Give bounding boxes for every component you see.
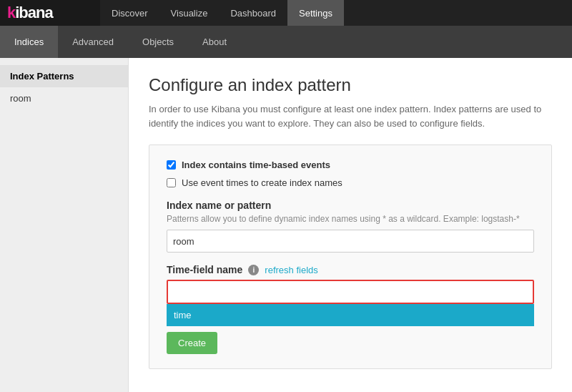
checkbox-time-based[interactable] xyxy=(167,160,176,170)
time-field-row: Time-field name i refresh fields xyxy=(167,264,534,275)
logo-ibana: ibana xyxy=(15,4,52,21)
nav-discover[interactable]: Discover xyxy=(100,0,159,26)
nav-links: Discover Visualize Dashboard Settings xyxy=(100,0,344,26)
subnav-about[interactable]: About xyxy=(188,26,241,58)
sub-nav: Indices Advanced Objects About xyxy=(0,26,572,58)
create-button[interactable]: Create xyxy=(167,332,217,354)
sidebar: Index Patterns room xyxy=(0,58,129,392)
index-name-input[interactable] xyxy=(167,230,534,253)
time-field-label: Time-field name xyxy=(167,264,242,275)
checkbox-event-times-label: Use event times to create index names xyxy=(182,177,342,188)
subnav-advanced[interactable]: Advanced xyxy=(58,26,128,58)
main-layout: Index Patterns room Configure an index p… xyxy=(0,58,572,392)
logo-text: kibana xyxy=(7,4,53,22)
nav-dashboard[interactable]: Dashboard xyxy=(219,0,287,26)
checkbox-event-times-row: Use event times to create index names xyxy=(167,177,534,188)
subnav-indices[interactable]: Indices xyxy=(0,26,58,58)
nav-visualize[interactable]: Visualize xyxy=(159,0,220,26)
checkbox-time-based-row: Index contains time-based events xyxy=(167,160,534,170)
sidebar-item-room[interactable]: room xyxy=(0,87,128,109)
logo-k: k xyxy=(7,4,15,21)
index-name-hint: Patterns allow you to define dynamic ind… xyxy=(167,214,534,224)
refresh-fields-link[interactable]: refresh fields xyxy=(265,265,317,275)
page-title: Configure an index pattern xyxy=(149,75,552,95)
logo: kibana xyxy=(0,0,100,26)
time-field-input[interactable] xyxy=(167,280,534,304)
sidebar-item-index-patterns[interactable]: Index Patterns xyxy=(0,65,128,87)
content-area: Configure an index pattern In order to u… xyxy=(129,58,572,392)
info-icon[interactable]: i xyxy=(248,265,259,275)
top-nav: kibana Discover Visualize Dashboard Sett… xyxy=(0,0,572,26)
page-description: In order to use Kibana you must configur… xyxy=(149,102,552,130)
checkbox-event-times[interactable] xyxy=(167,178,176,187)
nav-settings[interactable]: Settings xyxy=(287,0,344,26)
subnav-objects[interactable]: Objects xyxy=(128,26,188,58)
dropdown-option-time[interactable]: time xyxy=(167,304,534,326)
checkbox-time-based-label: Index contains time-based events xyxy=(182,160,330,170)
index-name-label: Index name or pattern xyxy=(167,200,534,211)
config-card: Index contains time-based events Use eve… xyxy=(149,144,552,369)
